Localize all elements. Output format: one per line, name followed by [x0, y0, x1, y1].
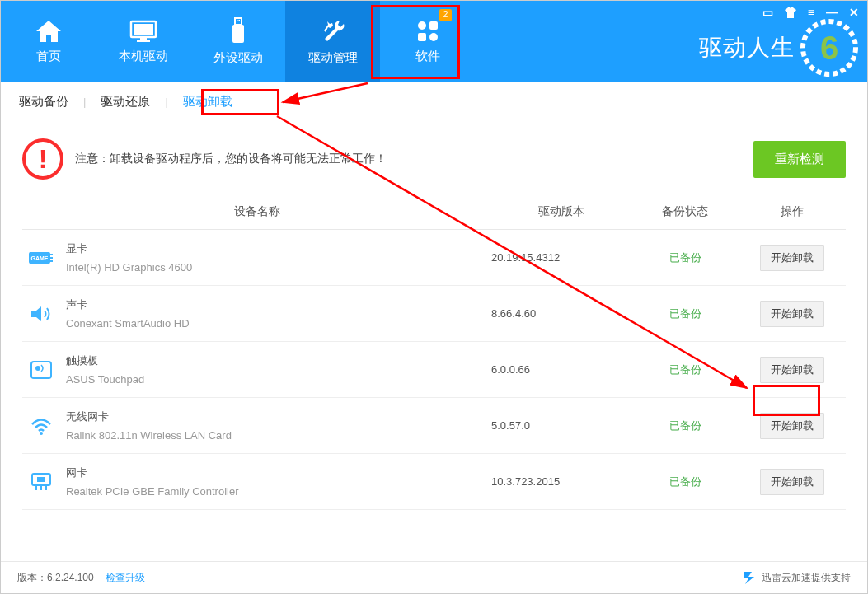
nav-driver-manage[interactable]: 驱动管理	[285, 1, 380, 82]
svg-rect-6	[238, 20, 240, 21]
table-header: 设备名称 驱动版本 备份状态 操作	[22, 196, 846, 230]
table-row: 声卡Conexant SmartAudio HD 8.66.4.60 已备份 开…	[22, 286, 846, 342]
svg-rect-23	[37, 477, 45, 482]
svg-rect-2	[140, 38, 147, 40]
nav-software[interactable]: 2 软件	[380, 1, 475, 82]
svg-text:6: 6	[820, 30, 838, 66]
version-value: 6.2.24.100	[47, 572, 94, 583]
table-row: 触摸板ASUS Touchpad 6.0.0.66 已备份 开始卸载	[22, 342, 846, 398]
header-action: 操作	[739, 204, 846, 219]
status-bar: 版本： 6.2.24.100 检查升级 迅雷云加速提供支持	[1, 561, 867, 593]
svg-rect-4	[235, 18, 242, 25]
monitor-icon	[129, 19, 158, 44]
apps-icon	[415, 19, 440, 44]
tab-uninstall[interactable]: 驱动卸载	[176, 91, 239, 112]
device-name: Realtek PCIe GBE Family Controller	[66, 485, 491, 498]
separator: |	[165, 96, 167, 108]
warning-bar: ! 注意：卸载设备驱动程序后，您的设备将可能无法正常工作！ 重新检测	[1, 122, 867, 196]
audio-icon	[22, 304, 59, 324]
table-row: 网卡Realtek PCIe GBE Family Controller 10.…	[22, 454, 846, 510]
nav-label: 外设驱动	[213, 50, 263, 66]
svg-point-11	[429, 33, 438, 41]
accel-text: 迅雷云加速提供支持	[762, 571, 851, 585]
svg-rect-3	[137, 40, 150, 42]
usb-icon	[230, 17, 246, 45]
svg-point-21	[40, 432, 43, 435]
svg-rect-5	[237, 20, 238, 21]
svg-rect-18	[50, 260, 53, 262]
svg-point-8	[418, 21, 426, 30]
wifi-icon	[22, 416, 59, 436]
table-row: 无线网卡Ralink 802.11n Wireless LAN Card 5.0…	[22, 398, 846, 454]
warning-text: 注意：卸载设备驱动程序后，您的设备将可能无法正常工作！	[75, 152, 753, 166]
nav-badge: 2	[439, 9, 452, 21]
svg-rect-19	[31, 362, 51, 378]
nav-label: 驱动管理	[308, 50, 358, 66]
brand-text: 驱动人生	[699, 32, 795, 63]
device-type: 声卡	[66, 297, 491, 312]
device-status: 已备份	[631, 306, 739, 321]
gpu-icon: GAME	[22, 249, 59, 267]
svg-point-20	[35, 366, 40, 371]
brand-logo-icon: 6	[800, 18, 859, 77]
svg-rect-7	[232, 25, 244, 43]
device-type: 显卡	[66, 241, 491, 256]
svg-text:GAME: GAME	[30, 255, 48, 261]
device-type: 触摸板	[66, 353, 491, 368]
table-row: GAME 显卡Intel(R) HD Graphics 4600 20.19.1…	[22, 230, 846, 286]
uninstall-button[interactable]: 开始卸载	[760, 245, 824, 271]
warning-icon: !	[22, 138, 63, 180]
nav-label: 软件	[415, 49, 440, 64]
nav-local-driver[interactable]: 本机驱动	[96, 1, 190, 82]
header-version: 驱动版本	[491, 204, 631, 219]
device-type: 网卡	[66, 465, 491, 480]
svg-rect-10	[418, 33, 426, 41]
skin-icon[interactable]	[785, 7, 796, 18]
ethernet-icon	[22, 472, 59, 492]
version-label: 版本：	[17, 571, 47, 585]
device-table: 设备名称 驱动版本 备份状态 操作 GAME 显卡Intel(R) HD Gra…	[1, 196, 867, 510]
separator: |	[83, 96, 86, 108]
device-type: 无线网卡	[66, 409, 491, 424]
sub-tabs: 驱动备份 | 驱动还原 | 驱动卸载	[1, 82, 867, 122]
titlebar-controls: ▭ ≡ — ✕	[762, 6, 859, 19]
uninstall-button[interactable]: 开始卸载	[760, 357, 824, 383]
uninstall-button[interactable]: 开始卸载	[760, 413, 824, 439]
rescan-button[interactable]: 重新检测	[753, 141, 846, 178]
device-status: 已备份	[631, 419, 739, 433]
device-version: 20.19.15.4312	[491, 251, 631, 264]
device-version: 8.66.4.60	[491, 307, 631, 320]
feedback-icon[interactable]: ▭	[762, 6, 773, 19]
device-name: Intel(R) HD Graphics 4600	[66, 261, 491, 274]
uninstall-button[interactable]: 开始卸载	[760, 301, 824, 327]
svg-rect-1	[134, 24, 153, 35]
thunder-icon	[742, 570, 757, 585]
close-icon[interactable]: ✕	[849, 6, 859, 19]
device-status: 已备份	[631, 362, 739, 377]
brand: 驱动人生 6	[699, 18, 859, 77]
device-name: ASUS Touchpad	[66, 373, 491, 386]
touchpad-icon	[22, 360, 59, 380]
device-status: 已备份	[631, 250, 739, 265]
nav-label: 首页	[36, 49, 61, 64]
menu-icon[interactable]: ≡	[808, 6, 814, 19]
svg-rect-16	[50, 254, 53, 255]
device-version: 10.3.723.2015	[491, 475, 631, 488]
tab-backup[interactable]: 驱动备份	[12, 91, 75, 112]
top-nav: 首页 本机驱动 外设驱动 驱动管理 2 软件 ▭ ≡ — ✕ 驱动人生	[1, 1, 867, 82]
header-name: 设备名称	[22, 204, 491, 219]
header-status: 备份状态	[631, 204, 739, 219]
nav-external-driver[interactable]: 外设驱动	[190, 1, 285, 82]
device-status: 已备份	[631, 475, 739, 489]
device-version: 5.0.57.0	[491, 419, 631, 432]
svg-rect-17	[50, 257, 53, 259]
device-name: Conexant SmartAudio HD	[66, 317, 491, 330]
device-name: Ralink 802.11n Wireless LAN Card	[66, 429, 491, 442]
svg-rect-9	[429, 21, 438, 30]
tab-restore[interactable]: 驱动还原	[94, 91, 157, 112]
device-version: 6.0.0.66	[491, 363, 631, 376]
check-update-link[interactable]: 检查升级	[106, 571, 145, 585]
nav-home[interactable]: 首页	[1, 1, 96, 82]
uninstall-button[interactable]: 开始卸载	[760, 469, 824, 495]
minimize-icon[interactable]: —	[826, 6, 838, 19]
